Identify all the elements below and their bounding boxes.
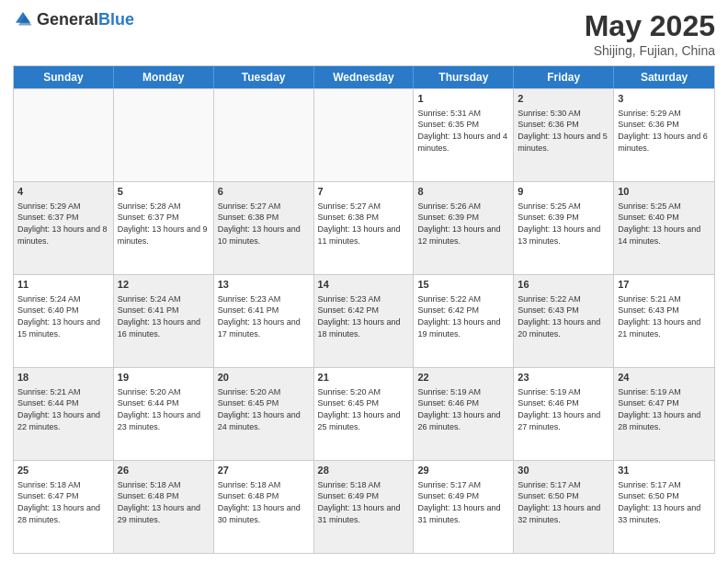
day-info: Sunrise: 5:18 AMSunset: 6:48 PMDaylight:… [118,479,210,525]
logo-text-general: General [37,10,98,29]
weekday-header-monday: Monday [114,66,214,88]
calendar-cell: 31Sunrise: 5:17 AMSunset: 6:50 PMDayligh… [614,461,714,553]
day-info: Sunrise: 5:19 AMSunset: 6:47 PMDaylight:… [618,386,711,432]
day-info: Sunrise: 5:17 AMSunset: 6:50 PMDaylight:… [618,479,711,525]
day-number: 18 [17,371,109,385]
day-number: 8 [417,185,509,199]
page: GeneralBlue May 2025 Shijing, Fujian, Ch… [0,0,728,563]
calendar-cell: 3Sunrise: 5:29 AMSunset: 6:36 PMDaylight… [614,89,714,181]
calendar-cell: 7Sunrise: 5:27 AMSunset: 6:38 PMDaylight… [314,182,415,274]
calendar-cell [114,89,214,181]
day-number: 10 [618,185,711,199]
day-number: 13 [218,278,310,292]
day-number: 27 [218,464,310,477]
day-info: Sunrise: 5:21 AMSunset: 6:43 PMDaylight:… [618,293,711,339]
day-info: Sunrise: 5:24 AMSunset: 6:41 PMDaylight:… [118,293,210,339]
day-number: 16 [518,278,609,292]
day-number: 26 [118,464,210,477]
header: GeneralBlue May 2025 Shijing, Fujian, Ch… [13,9,715,58]
logo-icon [13,9,33,29]
calendar-week-1: 1Sunrise: 5:31 AMSunset: 6:35 PMDaylight… [14,88,714,181]
calendar-cell: 28Sunrise: 5:18 AMSunset: 6:49 PMDayligh… [314,461,415,553]
day-number: 19 [118,371,210,385]
day-info: Sunrise: 5:18 AMSunset: 6:49 PMDaylight:… [318,479,410,525]
day-number: 30 [518,464,609,477]
calendar-cell: 21Sunrise: 5:20 AMSunset: 6:45 PMDayligh… [314,368,415,460]
location: Shijing, Fujian, China [585,43,715,58]
day-number: 24 [618,371,711,385]
calendar-week-4: 18Sunrise: 5:21 AMSunset: 6:44 PMDayligh… [14,367,714,460]
calendar-cell: 12Sunrise: 5:24 AMSunset: 6:41 PMDayligh… [114,275,214,367]
day-info: Sunrise: 5:22 AMSunset: 6:43 PMDaylight:… [518,293,609,339]
day-number: 17 [618,278,711,292]
day-number: 5 [118,185,210,199]
calendar-cell: 27Sunrise: 5:18 AMSunset: 6:48 PMDayligh… [214,461,314,553]
calendar-cell: 14Sunrise: 5:23 AMSunset: 6:42 PMDayligh… [314,275,415,367]
day-info: Sunrise: 5:29 AMSunset: 6:37 PMDaylight:… [17,201,109,247]
calendar-cell: 11Sunrise: 5:24 AMSunset: 6:40 PMDayligh… [14,275,114,367]
calendar-cell: 10Sunrise: 5:25 AMSunset: 6:40 PMDayligh… [614,182,714,274]
calendar-cell [314,89,415,181]
logo-text-blue: Blue [98,10,134,29]
day-number: 23 [518,371,609,385]
day-number: 31 [618,464,711,477]
day-info: Sunrise: 5:22 AMSunset: 6:42 PMDaylight:… [417,293,509,339]
day-info: Sunrise: 5:25 AMSunset: 6:39 PMDaylight:… [518,201,609,247]
day-number: 29 [417,464,509,477]
weekday-header-saturday: Saturday [614,66,714,88]
day-number: 11 [17,278,109,292]
calendar-cell: 30Sunrise: 5:17 AMSunset: 6:50 PMDayligh… [514,461,614,553]
day-info: Sunrise: 5:28 AMSunset: 6:37 PMDaylight:… [118,201,210,247]
calendar-cell: 22Sunrise: 5:19 AMSunset: 6:46 PMDayligh… [414,368,514,460]
day-number: 7 [318,185,410,199]
calendar-cell: 9Sunrise: 5:25 AMSunset: 6:39 PMDaylight… [514,182,614,274]
day-number: 1 [417,92,509,106]
day-info: Sunrise: 5:24 AMSunset: 6:40 PMDaylight:… [17,293,109,339]
day-info: Sunrise: 5:25 AMSunset: 6:40 PMDaylight:… [618,201,711,247]
weekday-header-wednesday: Wednesday [314,66,415,88]
calendar: SundayMondayTuesdayWednesdayThursdayFrid… [13,65,715,554]
day-info: Sunrise: 5:20 AMSunset: 6:45 PMDaylight:… [218,386,310,432]
day-info: Sunrise: 5:17 AMSunset: 6:50 PMDaylight:… [518,479,609,525]
day-number: 12 [118,278,210,292]
day-number: 14 [318,278,410,292]
calendar-week-5: 25Sunrise: 5:18 AMSunset: 6:47 PMDayligh… [14,460,714,553]
calendar-cell: 8Sunrise: 5:26 AMSunset: 6:39 PMDaylight… [414,182,514,274]
weekday-header-sunday: Sunday [14,66,114,88]
day-info: Sunrise: 5:20 AMSunset: 6:44 PMDaylight:… [118,386,210,432]
day-number: 9 [518,185,609,199]
calendar-cell: 25Sunrise: 5:18 AMSunset: 6:47 PMDayligh… [14,461,114,553]
calendar-cell: 6Sunrise: 5:27 AMSunset: 6:38 PMDaylight… [214,182,314,274]
day-number: 25 [17,464,109,477]
calendar-cell: 29Sunrise: 5:17 AMSunset: 6:49 PMDayligh… [414,461,514,553]
day-info: Sunrise: 5:19 AMSunset: 6:46 PMDaylight:… [417,386,509,432]
day-info: Sunrise: 5:21 AMSunset: 6:44 PMDaylight:… [17,386,109,432]
calendar-cell: 18Sunrise: 5:21 AMSunset: 6:44 PMDayligh… [14,368,114,460]
calendar-week-2: 4Sunrise: 5:29 AMSunset: 6:37 PMDaylight… [14,181,714,274]
logo: GeneralBlue [13,9,134,29]
day-number: 6 [218,185,310,199]
weekday-header-tuesday: Tuesday [214,66,314,88]
day-info: Sunrise: 5:30 AMSunset: 6:36 PMDaylight:… [518,108,609,154]
calendar-cell: 4Sunrise: 5:29 AMSunset: 6:37 PMDaylight… [14,182,114,274]
day-info: Sunrise: 5:26 AMSunset: 6:39 PMDaylight:… [417,201,509,247]
title-block: May 2025 Shijing, Fujian, China [585,9,715,58]
day-number: 15 [417,278,509,292]
day-info: Sunrise: 5:20 AMSunset: 6:45 PMDaylight:… [318,386,410,432]
calendar-week-3: 11Sunrise: 5:24 AMSunset: 6:40 PMDayligh… [14,274,714,367]
calendar-cell: 26Sunrise: 5:18 AMSunset: 6:48 PMDayligh… [114,461,214,553]
calendar-cell: 19Sunrise: 5:20 AMSunset: 6:44 PMDayligh… [114,368,214,460]
calendar-cell: 24Sunrise: 5:19 AMSunset: 6:47 PMDayligh… [614,368,714,460]
weekday-header-thursday: Thursday [414,66,514,88]
calendar-cell: 13Sunrise: 5:23 AMSunset: 6:41 PMDayligh… [214,275,314,367]
day-info: Sunrise: 5:23 AMSunset: 6:41 PMDaylight:… [218,293,310,339]
calendar-cell [14,89,114,181]
day-info: Sunrise: 5:18 AMSunset: 6:47 PMDaylight:… [17,479,109,525]
calendar-cell: 1Sunrise: 5:31 AMSunset: 6:35 PMDaylight… [414,89,514,181]
month-year: May 2025 [585,9,715,43]
day-number: 3 [618,92,711,106]
calendar-cell: 15Sunrise: 5:22 AMSunset: 6:42 PMDayligh… [414,275,514,367]
day-info: Sunrise: 5:29 AMSunset: 6:36 PMDaylight:… [618,108,711,154]
day-info: Sunrise: 5:27 AMSunset: 6:38 PMDaylight:… [218,201,310,247]
day-number: 28 [318,464,410,477]
